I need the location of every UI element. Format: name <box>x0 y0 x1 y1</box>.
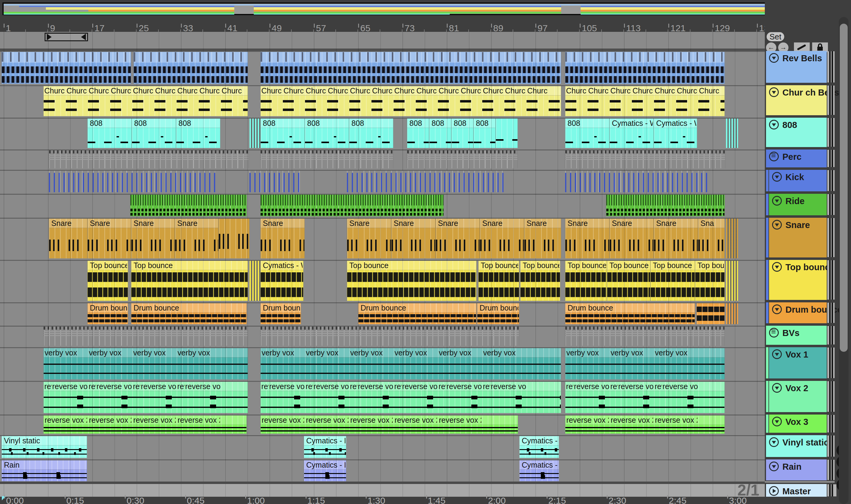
clip[interactable]: Drum bounce <box>260 303 301 324</box>
clip[interactable]: Snare <box>260 219 305 258</box>
clip[interactable]: verby voxverby voxverby voxverby vox <box>44 348 248 379</box>
clip[interactable] <box>606 195 725 216</box>
clip[interactable]: Snare <box>391 219 435 258</box>
fold-triangle-icon[interactable] <box>772 304 782 314</box>
clip[interactable] <box>260 150 393 168</box>
clip[interactable]: 808 <box>176 119 220 148</box>
loop-brace[interactable] <box>45 33 88 41</box>
clip-sliver[interactable] <box>726 219 738 258</box>
fold-triangle-icon[interactable] <box>772 349 782 359</box>
clip[interactable]: Cymatics - WR <box>609 119 654 148</box>
track-header-vox-2[interactable]: Vox 2 <box>769 381 827 412</box>
track-lane-kick[interactable] <box>0 170 765 192</box>
clip[interactable]: ChurchChurchChurchChurchChurchChurchChur… <box>260 86 561 116</box>
clip[interactable] <box>49 150 249 168</box>
clip[interactable]: Cymatics - LIF <box>304 460 346 481</box>
clip[interactable]: 808 <box>429 119 451 148</box>
clip[interactable]: Snare <box>565 219 609 258</box>
track-header-ride[interactable]: Ride <box>769 194 827 215</box>
clip[interactable]: revreverse vorevreverse vorevreverse vo <box>565 382 725 413</box>
fold-triangle-icon[interactable] <box>769 53 779 63</box>
clip[interactable]: Drum bounce <box>565 303 695 324</box>
clip[interactable]: 808 <box>473 119 496 148</box>
clip[interactable] <box>565 171 707 192</box>
clip[interactable]: Snare <box>654 219 698 258</box>
fold-triangle-icon[interactable] <box>772 383 782 393</box>
clip[interactable]: Vinyl static <box>1 436 87 458</box>
time-ruler[interactable]: 0:000:150:300:451:001:151:301:452:002:15… <box>0 497 765 504</box>
track-header-perc[interactable]: Perc <box>766 149 827 167</box>
clip[interactable]: 808 <box>305 119 349 148</box>
clip[interactable]: Snare <box>347 219 391 258</box>
clip[interactable]: revreverse vorevreverse vorevreverse vor… <box>260 382 561 413</box>
clip-sliver[interactable] <box>249 119 260 148</box>
track-lane-vox-2[interactable]: revreverse vorevreverse vorevreverse vor… <box>0 381 765 413</box>
clip[interactable]: Top bounce <box>478 261 519 301</box>
clip[interactable] <box>44 327 248 346</box>
clip-sliver[interactable] <box>726 119 738 148</box>
clip[interactable]: Snare <box>175 219 219 258</box>
track-lane-top-bounce[interactable]: Top bounceTop bounceCymatics - WRTop bou… <box>0 260 765 301</box>
clip[interactable]: 808 <box>132 119 176 148</box>
clip[interactable]: reverse vox 2reverse vox 2reverse vox 2r… <box>260 415 518 434</box>
bar-ruler[interactable]: 191725334149576573818997105113121129137 <box>0 22 765 32</box>
clip[interactable]: Cymatics - LIF <box>304 436 346 458</box>
track-lane-vox-3[interactable]: reverse vox 2reverse vox 2reverse vox 2r… <box>0 415 765 434</box>
track-lane-rev-bells[interactable] <box>0 51 765 84</box>
arrangement-area[interactable]: ChurchChurchChurchChurchChurchChurchChur… <box>0 32 765 482</box>
fold-triangle-icon[interactable] <box>769 120 779 129</box>
track-header-bvs[interactable]: BVs <box>766 326 827 345</box>
arrangement-overview[interactable] <box>2 2 776 15</box>
vertical-scrollbar-thumb[interactable] <box>840 24 848 352</box>
clip[interactable] <box>49 171 215 192</box>
group-fold-icon[interactable] <box>769 151 779 161</box>
clip[interactable] <box>496 119 518 148</box>
track-lane-drum-bounce[interactable]: Drum bounceDrum bounceDrum bounceDrum bo… <box>0 302 765 324</box>
track-header-vox-3[interactable]: Vox 3 <box>769 415 827 433</box>
clip[interactable]: Top bounce <box>347 261 476 301</box>
clip[interactable] <box>260 327 519 346</box>
fold-triangle-icon[interactable] <box>772 220 782 230</box>
clip[interactable]: Top bounce <box>87 261 128 301</box>
clip[interactable]: Drum bounce <box>358 303 476 324</box>
fold-triangle-icon[interactable] <box>772 172 782 182</box>
clip[interactable]: Top bounc <box>695 261 725 301</box>
clip[interactable]: Cymatics - LIF <box>519 460 559 481</box>
master-lane[interactable]: 2/1 <box>0 484 765 497</box>
track-header-vinyl-static[interactable]: Vinyl static <box>766 435 827 457</box>
clip[interactable]: revreverse vorevreverse vorevreverse vor… <box>44 382 248 413</box>
track-lane-chur-ch-bells[interactable]: ChurchChurchChurchChurchChurchChurchChur… <box>0 85 765 116</box>
clip[interactable]: Top bounce <box>565 261 607 301</box>
track-lane-bvs[interactable] <box>0 326 765 346</box>
clip[interactable] <box>347 171 505 192</box>
clip[interactable] <box>1 52 131 84</box>
clip[interactable]: ChurchChurchChurchChurchChurchChurchChur… <box>44 86 248 116</box>
clip[interactable]: Snare <box>480 219 524 258</box>
track-header-drum-bounce[interactable]: Drum bounce <box>769 302 827 323</box>
clip[interactable]: verby voxverby voxverby voxverby voxverb… <box>260 348 561 379</box>
clip[interactable] <box>565 150 725 168</box>
track-lane-vox-1[interactable]: verby voxverby voxverby voxverby voxverb… <box>0 347 765 379</box>
fold-triangle-icon[interactable] <box>772 262 782 272</box>
clip[interactable]: 808 <box>87 119 132 148</box>
clip[interactable]: verby voxverby voxverby vox <box>565 348 725 379</box>
track-header-rev-bells[interactable]: Rev Bells <box>766 51 827 83</box>
clip[interactable]: Snare <box>49 219 87 258</box>
clip[interactable]: 808 <box>260 119 305 148</box>
clip[interactable]: 808 <box>407 119 429 148</box>
clip[interactable]: Cymatics - WR <box>654 119 697 148</box>
clip[interactable] <box>130 195 247 216</box>
fold-triangle-icon[interactable] <box>772 196 782 205</box>
clip[interactable]: Sna <box>698 219 725 258</box>
clip[interactable] <box>260 52 561 84</box>
clip[interactable]: Drum bounce <box>87 303 128 324</box>
clip[interactable] <box>134 52 248 84</box>
track-header-808[interactable]: 808 <box>766 118 827 147</box>
clip[interactable]: ChurchChurchChurchChurchChurchChurchChur… <box>565 86 725 116</box>
clip[interactable]: Rain <box>1 460 87 481</box>
clip[interactable]: Drum bounce <box>131 303 247 324</box>
clip[interactable]: Snare <box>87 219 131 258</box>
track-lane-808[interactable]: 808808808808808808808808808808808Cymatic… <box>0 118 765 148</box>
set-button[interactable]: Set <box>767 32 784 41</box>
fold-triangle-icon[interactable] <box>769 437 779 447</box>
